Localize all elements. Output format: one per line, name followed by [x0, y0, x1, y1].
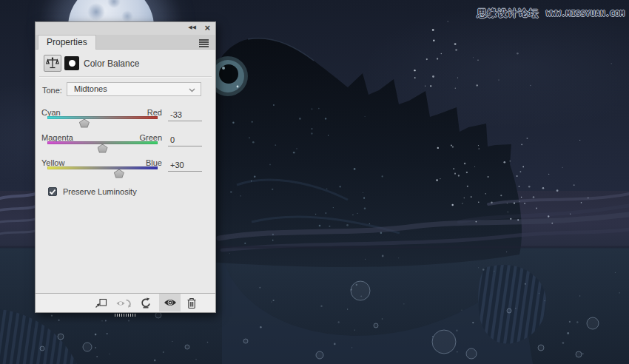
photoshop-canvas: 思缘设计论坛 WWW.MISSYUAN.COM ◀◀ × Properties: [0, 0, 629, 364]
panel-tabstrip: Properties: [36, 35, 215, 50]
clip-to-layer-icon[interactable]: [95, 294, 107, 312]
tab-properties[interactable]: Properties: [38, 35, 96, 50]
preserve-luminosity-checkbox[interactable]: Preserve Luminosity: [48, 186, 137, 197]
magenta-green-value-field[interactable]: 0: [168, 135, 202, 146]
slider-group-magenta-green: Magenta Green 0: [36, 132, 217, 155]
tone-value: Midtones: [74, 84, 107, 93]
delete-trash-icon[interactable]: [186, 294, 197, 312]
collapse-to-icons-icon[interactable]: ◀◀: [188, 24, 196, 30]
tone-dropdown[interactable]: Midtones: [67, 82, 201, 96]
divider: [39, 76, 212, 77]
cyan-red-slider-thumb[interactable]: [79, 119, 90, 128]
cyan-red-slider-track[interactable]: [47, 116, 158, 119]
layer-mask-thumbnail[interactable]: [64, 56, 79, 70]
chevron-down-icon: [189, 88, 195, 92]
panel-menu-icon[interactable]: [199, 39, 209, 41]
yellow-blue-value-field[interactable]: +30: [168, 161, 202, 172]
yellow-blue-slider-track[interactable]: [47, 166, 158, 169]
mask-circle: [69, 60, 75, 67]
reset-icon[interactable]: [140, 294, 152, 312]
preserve-luminosity-label: Preserve Luminosity: [63, 187, 137, 196]
watermark-site-name: 思缘设计论坛: [477, 7, 539, 18]
watermark-site-url: WWW.MISSYUAN.COM: [546, 9, 625, 18]
adjustment-title: Color Balance: [84, 58, 139, 69]
visibility-eye-icon[interactable]: [159, 294, 181, 311]
close-icon[interactable]: ×: [204, 22, 210, 33]
panel-titlebar[interactable]: ◀◀ ×: [36, 22, 215, 35]
properties-panel: ◀◀ × Properties Color Balance Tone: Mi: [35, 21, 216, 313]
view-previous-state-icon[interactable]: [115, 294, 132, 312]
check-icon: [49, 189, 56, 195]
slider-group-cyan-red: Cyan Red -33: [36, 107, 217, 130]
panel-resize-grip[interactable]: [115, 314, 137, 317]
magenta-green-slider-thumb[interactable]: [98, 144, 108, 153]
watermark: 思缘设计论坛 WWW.MISSYUAN.COM: [477, 5, 625, 20]
magenta-green-slider-track[interactable]: [47, 141, 158, 144]
checkbox-box[interactable]: [48, 187, 57, 196]
cyan-red-value-field[interactable]: -33: [168, 110, 202, 121]
yellow-blue-slider-thumb[interactable]: [114, 169, 124, 178]
panel-footer: [36, 293, 215, 312]
slider-group-yellow-blue: Yellow Blue +30: [36, 157, 217, 181]
tone-label: Tone:: [42, 86, 62, 95]
color-balance-scales-icon[interactable]: [44, 55, 61, 72]
